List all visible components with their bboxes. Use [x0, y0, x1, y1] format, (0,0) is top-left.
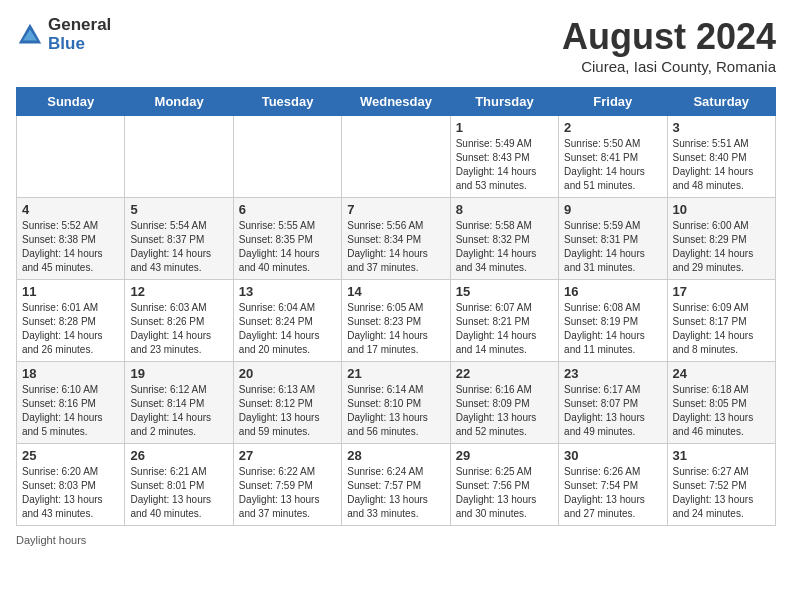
calendar-day-cell: 3Sunrise: 5:51 AM Sunset: 8:40 PM Daylig… — [667, 116, 775, 198]
calendar-week-row: 18Sunrise: 6:10 AM Sunset: 8:16 PM Dayli… — [17, 362, 776, 444]
calendar-day-cell: 25Sunrise: 6:20 AM Sunset: 8:03 PM Dayli… — [17, 444, 125, 526]
day-info: Sunrise: 6:04 AM Sunset: 8:24 PM Dayligh… — [239, 301, 336, 357]
calendar-body: 1Sunrise: 5:49 AM Sunset: 8:43 PM Daylig… — [17, 116, 776, 526]
month-year: August 2024 — [562, 16, 776, 58]
weekday-header-cell: Sunday — [17, 88, 125, 116]
day-info: Sunrise: 5:49 AM Sunset: 8:43 PM Dayligh… — [456, 137, 553, 193]
calendar-table: SundayMondayTuesdayWednesdayThursdayFrid… — [16, 87, 776, 526]
day-info: Sunrise: 6:17 AM Sunset: 8:07 PM Dayligh… — [564, 383, 661, 439]
calendar-day-cell: 7Sunrise: 5:56 AM Sunset: 8:34 PM Daylig… — [342, 198, 450, 280]
day-number: 9 — [564, 202, 661, 217]
day-number: 26 — [130, 448, 227, 463]
day-number: 17 — [673, 284, 770, 299]
day-number: 12 — [130, 284, 227, 299]
day-number: 29 — [456, 448, 553, 463]
day-number: 27 — [239, 448, 336, 463]
day-number: 3 — [673, 120, 770, 135]
weekday-header-cell: Monday — [125, 88, 233, 116]
logo-general: General — [48, 16, 111, 35]
day-number: 20 — [239, 366, 336, 381]
calendar-day-cell: 30Sunrise: 6:26 AM Sunset: 7:54 PM Dayli… — [559, 444, 667, 526]
footer: Daylight hours — [16, 534, 776, 546]
day-info: Sunrise: 5:50 AM Sunset: 8:41 PM Dayligh… — [564, 137, 661, 193]
day-info: Sunrise: 5:59 AM Sunset: 8:31 PM Dayligh… — [564, 219, 661, 275]
day-number: 23 — [564, 366, 661, 381]
day-number: 21 — [347, 366, 444, 381]
calendar-day-cell: 20Sunrise: 6:13 AM Sunset: 8:12 PM Dayli… — [233, 362, 341, 444]
day-info: Sunrise: 6:08 AM Sunset: 8:19 PM Dayligh… — [564, 301, 661, 357]
day-info: Sunrise: 6:27 AM Sunset: 7:52 PM Dayligh… — [673, 465, 770, 521]
day-number: 25 — [22, 448, 119, 463]
day-number: 13 — [239, 284, 336, 299]
calendar-day-cell: 11Sunrise: 6:01 AM Sunset: 8:28 PM Dayli… — [17, 280, 125, 362]
day-info: Sunrise: 5:55 AM Sunset: 8:35 PM Dayligh… — [239, 219, 336, 275]
day-info: Sunrise: 6:09 AM Sunset: 8:17 PM Dayligh… — [673, 301, 770, 357]
calendar-day-cell: 18Sunrise: 6:10 AM Sunset: 8:16 PM Dayli… — [17, 362, 125, 444]
calendar-day-cell — [17, 116, 125, 198]
day-info: Sunrise: 6:16 AM Sunset: 8:09 PM Dayligh… — [456, 383, 553, 439]
logo-text: General Blue — [48, 16, 111, 53]
weekday-header-cell: Thursday — [450, 88, 558, 116]
calendar-day-cell: 17Sunrise: 6:09 AM Sunset: 8:17 PM Dayli… — [667, 280, 775, 362]
day-number: 7 — [347, 202, 444, 217]
weekday-header-cell: Friday — [559, 88, 667, 116]
day-number: 28 — [347, 448, 444, 463]
day-number: 5 — [130, 202, 227, 217]
title-block: August 2024 Ciurea, Iasi County, Romania — [562, 16, 776, 75]
calendar-day-cell: 24Sunrise: 6:18 AM Sunset: 8:05 PM Dayli… — [667, 362, 775, 444]
day-info: Sunrise: 5:52 AM Sunset: 8:38 PM Dayligh… — [22, 219, 119, 275]
day-info: Sunrise: 6:13 AM Sunset: 8:12 PM Dayligh… — [239, 383, 336, 439]
day-info: Sunrise: 6:07 AM Sunset: 8:21 PM Dayligh… — [456, 301, 553, 357]
day-info: Sunrise: 6:05 AM Sunset: 8:23 PM Dayligh… — [347, 301, 444, 357]
day-info: Sunrise: 6:18 AM Sunset: 8:05 PM Dayligh… — [673, 383, 770, 439]
calendar-day-cell — [233, 116, 341, 198]
day-info: Sunrise: 5:58 AM Sunset: 8:32 PM Dayligh… — [456, 219, 553, 275]
calendar-week-row: 11Sunrise: 6:01 AM Sunset: 8:28 PM Dayli… — [17, 280, 776, 362]
calendar-day-cell: 14Sunrise: 6:05 AM Sunset: 8:23 PM Dayli… — [342, 280, 450, 362]
calendar-day-cell: 28Sunrise: 6:24 AM Sunset: 7:57 PM Dayli… — [342, 444, 450, 526]
day-info: Sunrise: 5:51 AM Sunset: 8:40 PM Dayligh… — [673, 137, 770, 193]
day-number: 31 — [673, 448, 770, 463]
day-info: Sunrise: 6:22 AM Sunset: 7:59 PM Dayligh… — [239, 465, 336, 521]
day-number: 6 — [239, 202, 336, 217]
weekday-header-cell: Saturday — [667, 88, 775, 116]
calendar-day-cell: 31Sunrise: 6:27 AM Sunset: 7:52 PM Dayli… — [667, 444, 775, 526]
calendar-day-cell: 19Sunrise: 6:12 AM Sunset: 8:14 PM Dayli… — [125, 362, 233, 444]
day-number: 1 — [456, 120, 553, 135]
calendar-day-cell: 4Sunrise: 5:52 AM Sunset: 8:38 PM Daylig… — [17, 198, 125, 280]
day-number: 4 — [22, 202, 119, 217]
calendar-day-cell: 12Sunrise: 6:03 AM Sunset: 8:26 PM Dayli… — [125, 280, 233, 362]
day-number: 22 — [456, 366, 553, 381]
page-header: General Blue August 2024 Ciurea, Iasi Co… — [16, 16, 776, 75]
day-info: Sunrise: 5:54 AM Sunset: 8:37 PM Dayligh… — [130, 219, 227, 275]
calendar-day-cell: 8Sunrise: 5:58 AM Sunset: 8:32 PM Daylig… — [450, 198, 558, 280]
location: Ciurea, Iasi County, Romania — [562, 58, 776, 75]
calendar-day-cell — [342, 116, 450, 198]
day-info: Sunrise: 6:10 AM Sunset: 8:16 PM Dayligh… — [22, 383, 119, 439]
logo: General Blue — [16, 16, 111, 53]
logo-icon — [16, 21, 44, 49]
day-info: Sunrise: 6:03 AM Sunset: 8:26 PM Dayligh… — [130, 301, 227, 357]
day-number: 19 — [130, 366, 227, 381]
calendar-day-cell: 21Sunrise: 6:14 AM Sunset: 8:10 PM Dayli… — [342, 362, 450, 444]
day-number: 14 — [347, 284, 444, 299]
day-info: Sunrise: 6:20 AM Sunset: 8:03 PM Dayligh… — [22, 465, 119, 521]
calendar-day-cell: 27Sunrise: 6:22 AM Sunset: 7:59 PM Dayli… — [233, 444, 341, 526]
day-number: 30 — [564, 448, 661, 463]
calendar-day-cell: 26Sunrise: 6:21 AM Sunset: 8:01 PM Dayli… — [125, 444, 233, 526]
calendar-day-cell: 16Sunrise: 6:08 AM Sunset: 8:19 PM Dayli… — [559, 280, 667, 362]
day-number: 18 — [22, 366, 119, 381]
weekday-header-cell: Tuesday — [233, 88, 341, 116]
calendar-week-row: 4Sunrise: 5:52 AM Sunset: 8:38 PM Daylig… — [17, 198, 776, 280]
calendar-day-cell — [125, 116, 233, 198]
day-number: 15 — [456, 284, 553, 299]
day-info: Sunrise: 6:21 AM Sunset: 8:01 PM Dayligh… — [130, 465, 227, 521]
calendar-day-cell: 9Sunrise: 5:59 AM Sunset: 8:31 PM Daylig… — [559, 198, 667, 280]
calendar-day-cell: 22Sunrise: 6:16 AM Sunset: 8:09 PM Dayli… — [450, 362, 558, 444]
day-number: 2 — [564, 120, 661, 135]
day-info: Sunrise: 6:00 AM Sunset: 8:29 PM Dayligh… — [673, 219, 770, 275]
calendar-day-cell: 23Sunrise: 6:17 AM Sunset: 8:07 PM Dayli… — [559, 362, 667, 444]
day-info: Sunrise: 6:14 AM Sunset: 8:10 PM Dayligh… — [347, 383, 444, 439]
calendar-week-row: 1Sunrise: 5:49 AM Sunset: 8:43 PM Daylig… — [17, 116, 776, 198]
logo-blue: Blue — [48, 35, 111, 54]
